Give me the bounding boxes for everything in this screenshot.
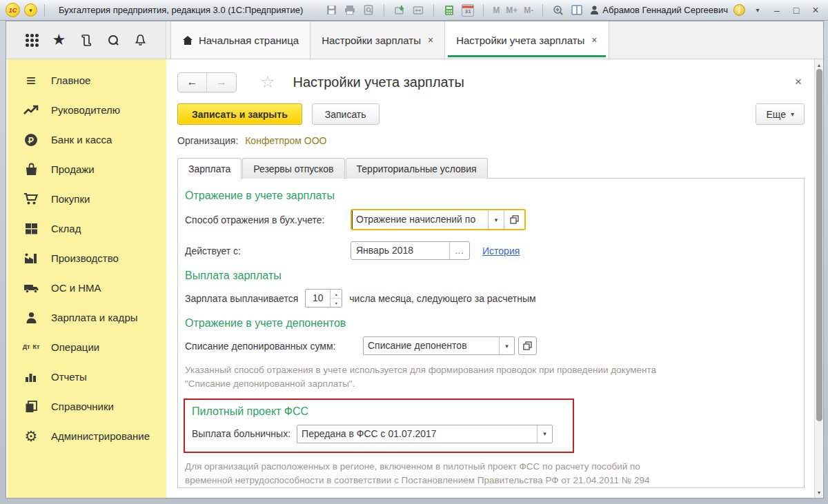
chevron-down-icon[interactable]: ▾: [751, 6, 765, 14]
print-icon[interactable]: [344, 4, 356, 17]
memory-m-button[interactable]: M: [493, 6, 500, 15]
pay-day-value[interactable]: 10: [306, 290, 330, 307]
more-button[interactable]: Еще ▾: [756, 103, 805, 125]
tab-home[interactable]: Начальная страница: [170, 21, 310, 59]
sick-pay-combobox[interactable]: Передана в ФСС с 01.07.2017 ▾: [297, 425, 553, 443]
memory-m-plus-button[interactable]: M+: [506, 6, 518, 15]
sidebar-item-bank-cash[interactable]: Р Банк и касса: [8, 125, 166, 154]
title-bar: 1С ▾ Бухгалтерия предприятия, редакция 3…: [0, 0, 828, 21]
user-name: Абрамов Геннадий Сергеевич: [602, 5, 728, 15]
calendar-icon[interactable]: 31: [462, 4, 474, 17]
form-actions: Записать и закрыть Записать Еще ▾: [177, 103, 805, 125]
system-menu-icon[interactable]: ▾: [24, 3, 37, 17]
sidebar-item-salary-hr[interactable]: Зарплата и кадры: [8, 303, 166, 332]
sick-pay-label: Выплата больничных:: [192, 428, 290, 439]
organization-label: Организация:: [177, 135, 238, 146]
pay-day-stepper[interactable]: 10 ▴ ▾: [305, 289, 342, 308]
debit-credit-icon: Дт Кт: [23, 339, 39, 356]
tab-salary-settings[interactable]: Настройки зарплаты ×: [310, 21, 445, 59]
sidebar-item-manager[interactable]: Руководителю: [8, 95, 166, 125]
dropdown-arrow-icon[interactable]: ▾: [537, 425, 552, 443]
open-tabs: Начальная страница Настройки зарплаты × …: [166, 21, 823, 59]
dropdown-arrow-icon[interactable]: ▾: [488, 210, 504, 229]
shopping-cart-icon: [23, 191, 39, 208]
history-link[interactable]: История: [482, 245, 520, 256]
search-icon[interactable]: [104, 31, 122, 49]
zoom-in-icon[interactable]: [552, 4, 564, 17]
workspace: ★ Начальная страница Настройки зарплаты …: [6, 21, 824, 498]
sidebar-item-production[interactable]: Производство: [8, 243, 166, 273]
sidebar-item-fixed-assets[interactable]: ОС и НМА: [8, 273, 166, 303]
close-form-icon[interactable]: ×: [795, 75, 805, 89]
add-link-icon[interactable]: [393, 4, 406, 17]
close-tab-icon[interactable]: ×: [591, 34, 597, 46]
minimize-button[interactable]: –: [770, 5, 784, 16]
deponents-writeoff-value[interactable]: Списание депонентов: [364, 337, 499, 354]
pay-day-prefix-label: Зарплата выплачивается: [185, 293, 298, 304]
sidebar-item-warehouse[interactable]: Склад: [8, 214, 166, 243]
form-tab-territorial[interactable]: Территориальные условия: [346, 158, 488, 179]
calculator-icon[interactable]: [443, 4, 455, 17]
current-user[interactable]: Абрамов Геннадий Сергеевич: [590, 5, 728, 15]
form-tab-vacation-reserves[interactable]: Резервы отпусков: [242, 158, 344, 179]
form-tab-salary[interactable]: Зарплата: [177, 158, 241, 179]
open-icon: [523, 341, 532, 350]
reflect-method-combobox[interactable]: Отражение начислений по ▾: [351, 209, 526, 230]
scrollbar-track[interactable]: [816, 69, 822, 488]
sick-pay-value[interactable]: Передана в ФСС с 01.07.2017: [297, 425, 537, 443]
sidebar-item-directories[interactable]: Справочники: [8, 392, 166, 421]
scrollbar-thumb[interactable]: [816, 69, 822, 421]
factory-icon: [23, 250, 39, 267]
chevron-down-icon: ▾: [791, 110, 794, 118]
close-tab-icon[interactable]: ×: [428, 34, 433, 46]
notifications-bell-icon[interactable]: [131, 31, 149, 49]
save-button[interactable]: Записать: [312, 103, 379, 125]
divider: [542, 4, 543, 17]
memory-m-minus-button[interactable]: M-: [524, 6, 533, 15]
valid-from-value[interactable]: Январь 2018: [351, 242, 449, 259]
ruble-coin-icon: Р: [23, 132, 39, 148]
reflect-method-value[interactable]: Отражение начислений по: [352, 210, 488, 229]
favorites-icon[interactable]: ★: [50, 31, 68, 49]
close-window-button[interactable]: ×: [809, 4, 822, 17]
sidebar-item-reports[interactable]: Отчеты: [8, 362, 166, 392]
split-window-icon[interactable]: [571, 4, 583, 17]
shopping-bag-icon: [23, 161, 39, 178]
organization-value[interactable]: Конфетпром ООО: [245, 135, 326, 146]
save-and-close-button[interactable]: Записать и закрыть: [177, 103, 302, 125]
sidebar-item-sales[interactable]: Продажи: [8, 154, 166, 184]
stepper-down-icon[interactable]: ▾: [331, 299, 342, 307]
info-icon[interactable]: i: [733, 4, 745, 16]
scroll-down-icon[interactable]: ▾: [818, 488, 820, 496]
scroll-up-icon[interactable]: ▴: [818, 61, 820, 69]
sidebar-item-operations[interactable]: Дт Кт Операции: [8, 332, 166, 362]
section-sidebar: ≡ Главное Руководителю Р Банк и касса: [6, 59, 166, 498]
maximize-button[interactable]: □: [789, 5, 803, 16]
tab-salary-accounting-settings[interactable]: Настройки учета зарплаты ×: [445, 21, 609, 59]
sidebar-item-purchases[interactable]: Покупки: [8, 184, 166, 214]
history-icon[interactable]: [77, 31, 95, 49]
stepper-buttons[interactable]: ▴ ▾: [330, 290, 342, 307]
valid-from-input[interactable]: Январь 2018 ...: [351, 241, 470, 260]
forward-button[interactable]: →: [207, 73, 236, 92]
preview-icon[interactable]: [362, 4, 375, 17]
dropdown-arrow-icon[interactable]: ▾: [499, 337, 514, 354]
valid-from-label: Действует с:: [185, 245, 351, 256]
open-item-button[interactable]: [504, 210, 524, 229]
ellipsis-button[interactable]: ...: [449, 242, 469, 259]
sidebar-item-main[interactable]: ≡ Главное: [8, 65, 166, 95]
warehouse-boxes-icon: [23, 221, 39, 237]
deponents-writeoff-combobox[interactable]: Списание депонентов ▾: [363, 336, 515, 355]
favorite-star-icon[interactable]: ☆: [260, 72, 275, 92]
vertical-scrollbar[interactable]: ▴ ▾: [814, 59, 823, 498]
open-item-button[interactable]: [518, 336, 537, 355]
divider: [483, 4, 484, 17]
go-link-icon[interactable]: [412, 4, 424, 17]
save-icon[interactable]: [325, 4, 337, 17]
stepper-up-icon[interactable]: ▴: [331, 290, 342, 299]
menu-icon: ≡: [23, 72, 39, 89]
back-button[interactable]: ←: [178, 73, 207, 92]
sections-menu-icon[interactable]: [23, 31, 41, 49]
sidebar-item-administration[interactable]: ⚙ Администрирование: [8, 421, 166, 451]
gear-icon: ⚙: [23, 428, 39, 445]
